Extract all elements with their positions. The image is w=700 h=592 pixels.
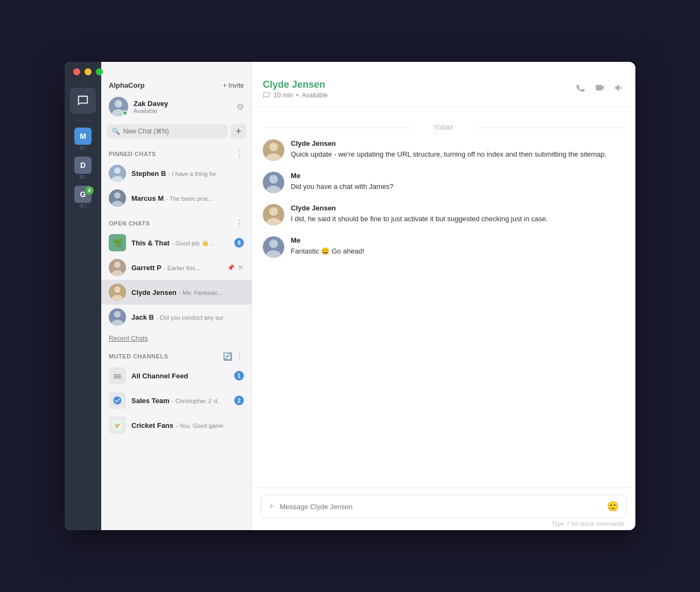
message-input[interactable] xyxy=(280,503,601,511)
msg-content-2: Me Did you have a chat with James? xyxy=(291,172,394,192)
user-status-dot xyxy=(122,110,128,116)
active-chat-status-text: Available xyxy=(302,91,327,99)
cricket-fans-text: Cricket Fans - You: Good game xyxy=(131,420,244,430)
minimize-button[interactable] xyxy=(85,68,92,75)
search-input-wrap: 🔍 xyxy=(107,124,228,138)
main-chat: Clyde Jensen 10 min • Available xyxy=(252,62,635,530)
this-that-avatar: 🌿 xyxy=(109,234,126,251)
muted-channels-refresh-icon[interactable]: 🔄 xyxy=(223,352,232,361)
chat-header-left: Clyde Jensen 10 min • Available xyxy=(263,79,328,99)
close-garrett-icon[interactable]: ✕ xyxy=(237,263,244,272)
svg-text:🌿: 🌿 xyxy=(113,238,123,248)
recent-chats-link[interactable]: Recent Chats xyxy=(101,332,251,346)
open-chats-menu[interactable]: ⋮ xyxy=(235,218,244,228)
user-info: Zak Davey Available xyxy=(109,97,168,116)
msg-sender-1: Clyde Jensen xyxy=(291,139,606,147)
msg-content-4: Me Fantastic 😀 Go ahead! xyxy=(291,236,365,257)
search-input[interactable] xyxy=(123,128,222,135)
user-name-status: Zak Davey Available xyxy=(134,100,168,114)
channel-all-feed[interactable]: All Channel Feed 1 xyxy=(101,363,251,388)
this-that-badge: 8 xyxy=(234,238,244,248)
msg-sender-3: Clyde Jensen xyxy=(291,204,548,212)
pinned-chats-header: PINNED CHATS ⋮ xyxy=(101,145,251,161)
sidebar-divider xyxy=(75,120,91,121)
chat-sidebar: AlphaCorp + Invite Zak Davey xyxy=(101,62,252,530)
volume-button[interactable] xyxy=(614,82,625,96)
quick-commands-hint: Type '/' for quick commands xyxy=(261,520,627,527)
workspace-g[interactable]: G 8 ⌘3 xyxy=(70,184,96,210)
add-attachment-button[interactable]: + xyxy=(269,501,275,512)
invite-button[interactable]: + Invite xyxy=(223,82,244,89)
msg-text-4: Fantastic 😀 Go ahead! xyxy=(291,246,365,257)
all-feed-name: All Channel Feed xyxy=(131,372,188,380)
pinned-chats-menu[interactable]: ⋮ xyxy=(235,149,244,159)
jack-preview: - Did you conduct any sur xyxy=(156,314,223,321)
stephen-name: Stephen B xyxy=(131,170,166,178)
svg-point-7 xyxy=(114,192,121,199)
open-chat-this-that[interactable]: 🌿 This & That - Good job 👋... 8 xyxy=(101,230,251,255)
svg-point-18 xyxy=(114,311,121,318)
pinned-chat-marcus[interactable]: Marcus M - The basic proc... xyxy=(101,186,251,210)
search-area: 🔍 + xyxy=(101,122,251,143)
stephen-chat-text: Stephen B - I have a thing for xyxy=(131,168,244,178)
garrett-preview: - Earlier this... xyxy=(164,265,200,271)
message-1: Clyde Jensen Quick update - we're updati… xyxy=(263,139,625,161)
emoji-button[interactable]: 🙂 xyxy=(607,501,619,512)
active-chat-name: Clyde Jensen xyxy=(263,79,328,90)
open-chat-clyde[interactable]: Clyde Jensen - Me: Fantastic... xyxy=(101,280,251,305)
cricket-fans-name: Cricket Fans xyxy=(131,421,173,429)
user-status: Available xyxy=(134,108,168,114)
muted-channels-menu[interactable]: ⋮ xyxy=(235,351,244,361)
workspace-d-avatar: D xyxy=(74,157,92,174)
sales-team-name: Sales Team xyxy=(131,397,170,405)
messages-area: TODAY Clyde Jensen Quick update - we're … xyxy=(252,107,635,488)
pinned-chat-stephen[interactable]: Stephen B - I have a thing for xyxy=(101,161,251,186)
workspace-m-shortcut: ⌘1 xyxy=(79,145,87,151)
open-chats-header: OPEN CHATS ⋮ xyxy=(101,215,251,230)
chat-header-actions xyxy=(575,82,625,96)
marcus-chat-text: Marcus M - The basic proc... xyxy=(131,193,244,203)
clyde-name: Clyde Jensen xyxy=(131,288,177,297)
marcus-avatar xyxy=(109,189,126,207)
open-chats-section: OPEN CHATS ⋮ 🌿 This & That - Good job 👋.… xyxy=(101,213,251,332)
new-chat-button[interactable]: + xyxy=(231,124,246,139)
message-input-bar: + 🙂 xyxy=(261,495,627,518)
msg-text-1: Quick update - we're updating the URL st… xyxy=(291,149,606,160)
msg-sender-4: Me xyxy=(291,236,365,244)
this-that-preview: - Good job 👋... xyxy=(172,240,214,246)
svg-point-27 xyxy=(269,175,278,184)
this-that-name: This & That xyxy=(131,239,170,247)
workspace-name: AlphaCorp xyxy=(109,81,144,89)
all-feed-icon xyxy=(109,367,126,384)
garrett-actions: 📌 ✕ xyxy=(227,263,244,272)
open-chat-jack[interactable]: Jack B - Did you conduct any sur xyxy=(101,305,251,329)
channel-cricket-fans[interactable]: 🏏 Cricket Fans - You: Good game xyxy=(101,413,251,438)
msg-avatar-me-2 xyxy=(263,236,284,258)
close-button[interactable] xyxy=(73,68,80,75)
msg-avatar-clyde-2 xyxy=(263,204,284,225)
open-chat-garrett[interactable]: Garrett P - Earlier this... 📌 ✕ xyxy=(101,255,251,280)
muted-channels-header: MUTED CHANNELS 🔄 ⋮ xyxy=(101,348,251,363)
workspace-g-shortcut: ⌘3 xyxy=(79,203,87,209)
video-call-button[interactable] xyxy=(594,82,605,96)
voice-call-button[interactable] xyxy=(575,82,586,96)
jack-name: Jack B xyxy=(131,313,154,321)
msg-text-2: Did you have a chat with James? xyxy=(291,181,394,192)
msg-sender-2: Me xyxy=(291,172,394,180)
search-icon: 🔍 xyxy=(112,128,120,135)
workspace-m[interactable]: M ⌘1 xyxy=(70,126,96,152)
garrett-text: Garrett P - Earlier this... xyxy=(131,263,222,272)
sidebar-chat-icon[interactable] xyxy=(70,88,96,114)
fullscreen-button[interactable] xyxy=(96,68,103,75)
chat-header: Clyde Jensen 10 min • Available xyxy=(252,72,635,107)
workspace-d[interactable]: D ⌘2 xyxy=(70,155,96,181)
svg-text:🏏: 🏏 xyxy=(115,422,121,429)
message-3: Clyde Jensen I did, he said it should be… xyxy=(263,204,625,225)
sales-team-preview: - Christopher J: d. xyxy=(172,398,219,404)
workspace-g-badge: 8 xyxy=(85,186,94,195)
marcus-preview: - The basic proc... xyxy=(166,195,213,202)
channel-sales-team[interactable]: Sales Team - Christopher J: d. 2 xyxy=(101,388,251,413)
svg-point-12 xyxy=(114,262,121,268)
settings-icon[interactable]: ⚙ xyxy=(236,102,244,112)
clyde-preview: - Me: Fantastic... xyxy=(179,290,223,296)
